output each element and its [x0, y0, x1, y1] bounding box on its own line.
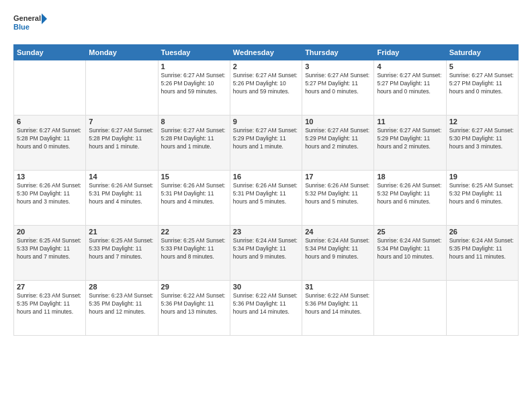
- table-row: 15Sunrise: 6:26 AM Sunset: 5:31 PM Dayli…: [158, 171, 230, 226]
- table-row: 3Sunrise: 6:27 AM Sunset: 5:27 PM Daylig…: [302, 60, 374, 116]
- day-info: Sunrise: 6:27 AM Sunset: 5:26 PM Dayligh…: [233, 72, 299, 96]
- day-info: Sunrise: 6:26 AM Sunset: 5:31 PM Dayligh…: [161, 182, 227, 206]
- table-row: [14, 60, 86, 116]
- table-row: 12Sunrise: 6:27 AM Sunset: 5:30 PM Dayli…: [446, 116, 518, 171]
- day-number: 6: [17, 118, 83, 126]
- day-number: 3: [305, 62, 371, 71]
- logo: General Blue: [13, 11, 47, 38]
- calendar-table: Sunday Monday Tuesday Wednesday Thursday…: [13, 44, 519, 336]
- col-sunday: Sunday: [14, 45, 86, 60]
- day-info: Sunrise: 6:27 AM Sunset: 5:27 PM Dayligh…: [377, 72, 443, 96]
- calendar-week-row: 1Sunrise: 6:27 AM Sunset: 5:26 PM Daylig…: [14, 60, 519, 116]
- table-row: 29Sunrise: 6:22 AM Sunset: 5:36 PM Dayli…: [158, 281, 230, 336]
- col-monday: Monday: [86, 45, 158, 60]
- day-info: Sunrise: 6:25 AM Sunset: 5:32 PM Dayligh…: [449, 182, 515, 206]
- table-row: 5Sunrise: 6:27 AM Sunset: 5:27 PM Daylig…: [446, 60, 518, 116]
- day-number: 30: [233, 283, 299, 291]
- col-tuesday: Tuesday: [158, 45, 230, 60]
- day-info: Sunrise: 6:22 AM Sunset: 5:36 PM Dayligh…: [161, 292, 227, 316]
- table-row: 10Sunrise: 6:27 AM Sunset: 5:29 PM Dayli…: [302, 116, 374, 171]
- day-number: 11: [377, 118, 443, 126]
- day-number: 24: [305, 228, 371, 236]
- day-number: 19: [449, 173, 515, 181]
- day-number: 16: [233, 173, 299, 181]
- table-row: 6Sunrise: 6:27 AM Sunset: 5:28 PM Daylig…: [14, 116, 86, 171]
- table-row: 9Sunrise: 6:27 AM Sunset: 5:29 PM Daylig…: [230, 116, 302, 171]
- day-info: Sunrise: 6:26 AM Sunset: 5:32 PM Dayligh…: [305, 182, 371, 206]
- calendar-header-row: Sunday Monday Tuesday Wednesday Thursday…: [14, 45, 519, 60]
- day-info: Sunrise: 6:27 AM Sunset: 5:29 PM Dayligh…: [377, 127, 443, 151]
- day-number: 1: [161, 62, 227, 71]
- calendar-week-row: 20Sunrise: 6:25 AM Sunset: 5:33 PM Dayli…: [14, 226, 519, 281]
- day-info: Sunrise: 6:23 AM Sunset: 5:35 PM Dayligh…: [89, 292, 154, 316]
- day-info: Sunrise: 6:25 AM Sunset: 5:33 PM Dayligh…: [161, 237, 227, 261]
- table-row: 11Sunrise: 6:27 AM Sunset: 5:29 PM Dayli…: [374, 116, 446, 171]
- svg-marker-2: [42, 13, 47, 24]
- table-row: 27Sunrise: 6:23 AM Sunset: 5:35 PM Dayli…: [14, 281, 86, 336]
- table-row: 26Sunrise: 6:24 AM Sunset: 5:35 PM Dayli…: [446, 226, 518, 281]
- day-number: 8: [161, 118, 227, 126]
- day-info: Sunrise: 6:25 AM Sunset: 5:33 PM Dayligh…: [17, 237, 83, 261]
- day-info: Sunrise: 6:26 AM Sunset: 5:31 PM Dayligh…: [89, 182, 154, 206]
- day-number: 10: [305, 118, 371, 126]
- table-row: 21Sunrise: 6:25 AM Sunset: 5:33 PM Dayli…: [86, 226, 158, 281]
- table-row: 8Sunrise: 6:27 AM Sunset: 5:28 PM Daylig…: [158, 116, 230, 171]
- table-row: 30Sunrise: 6:22 AM Sunset: 5:36 PM Dayli…: [230, 281, 302, 336]
- day-info: Sunrise: 6:27 AM Sunset: 5:27 PM Dayligh…: [449, 72, 515, 96]
- day-number: 20: [17, 228, 83, 236]
- col-wednesday: Wednesday: [230, 45, 302, 60]
- svg-text:Blue: Blue: [13, 23, 30, 31]
- day-info: Sunrise: 6:22 AM Sunset: 5:36 PM Dayligh…: [233, 292, 299, 316]
- day-number: 23: [233, 228, 299, 236]
- day-number: 29: [161, 283, 227, 291]
- day-number: 28: [89, 283, 154, 291]
- table-row: 28Sunrise: 6:23 AM Sunset: 5:35 PM Dayli…: [86, 281, 158, 336]
- calendar-week-row: 27Sunrise: 6:23 AM Sunset: 5:35 PM Dayli…: [14, 281, 519, 336]
- table-row: [86, 60, 158, 116]
- day-info: Sunrise: 6:26 AM Sunset: 5:32 PM Dayligh…: [377, 182, 443, 206]
- day-info: Sunrise: 6:27 AM Sunset: 5:28 PM Dayligh…: [17, 127, 83, 151]
- day-number: 31: [305, 283, 371, 291]
- day-number: 12: [449, 118, 515, 126]
- calendar-week-row: 13Sunrise: 6:26 AM Sunset: 5:30 PM Dayli…: [14, 171, 519, 226]
- day-number: 25: [377, 228, 443, 236]
- table-row: 1Sunrise: 6:27 AM Sunset: 5:26 PM Daylig…: [158, 60, 230, 116]
- table-row: 13Sunrise: 6:26 AM Sunset: 5:30 PM Dayli…: [14, 171, 86, 226]
- day-info: Sunrise: 6:27 AM Sunset: 5:27 PM Dayligh…: [305, 72, 371, 96]
- table-row: 17Sunrise: 6:26 AM Sunset: 5:32 PM Dayli…: [302, 171, 374, 226]
- page: General Blue Sunday Monday Tuesday Wedne…: [0, 0, 532, 411]
- day-number: 2: [233, 62, 299, 71]
- table-row: 20Sunrise: 6:25 AM Sunset: 5:33 PM Dayli…: [14, 226, 86, 281]
- table-row: 14Sunrise: 6:26 AM Sunset: 5:31 PM Dayli…: [86, 171, 158, 226]
- generalblue-logo-icon: General Blue: [13, 11, 47, 38]
- table-row: 23Sunrise: 6:24 AM Sunset: 5:34 PM Dayli…: [230, 226, 302, 281]
- day-number: 22: [161, 228, 227, 236]
- day-number: 5: [449, 62, 515, 71]
- table-row: 25Sunrise: 6:24 AM Sunset: 5:34 PM Dayli…: [374, 226, 446, 281]
- day-info: Sunrise: 6:27 AM Sunset: 5:28 PM Dayligh…: [161, 127, 227, 151]
- day-info: Sunrise: 6:27 AM Sunset: 5:28 PM Dayligh…: [89, 127, 154, 151]
- day-info: Sunrise: 6:22 AM Sunset: 5:36 PM Dayligh…: [305, 292, 371, 316]
- table-row: 7Sunrise: 6:27 AM Sunset: 5:28 PM Daylig…: [86, 116, 158, 171]
- day-info: Sunrise: 6:27 AM Sunset: 5:26 PM Dayligh…: [161, 72, 227, 96]
- svg-text:General: General: [13, 14, 41, 22]
- col-friday: Friday: [374, 45, 446, 60]
- col-saturday: Saturday: [446, 45, 518, 60]
- table-row: 22Sunrise: 6:25 AM Sunset: 5:33 PM Dayli…: [158, 226, 230, 281]
- col-thursday: Thursday: [302, 45, 374, 60]
- table-row: 24Sunrise: 6:24 AM Sunset: 5:34 PM Dayli…: [302, 226, 374, 281]
- table-row: 16Sunrise: 6:26 AM Sunset: 5:31 PM Dayli…: [230, 171, 302, 226]
- day-info: Sunrise: 6:24 AM Sunset: 5:34 PM Dayligh…: [377, 237, 443, 261]
- day-number: 18: [377, 173, 443, 181]
- day-info: Sunrise: 6:24 AM Sunset: 5:34 PM Dayligh…: [305, 237, 371, 261]
- table-row: [374, 281, 446, 336]
- day-info: Sunrise: 6:27 AM Sunset: 5:30 PM Dayligh…: [449, 127, 515, 151]
- table-row: [446, 281, 518, 336]
- table-row: 18Sunrise: 6:26 AM Sunset: 5:32 PM Dayli…: [374, 171, 446, 226]
- day-number: 9: [233, 118, 299, 126]
- day-number: 17: [305, 173, 371, 181]
- calendar-week-row: 6Sunrise: 6:27 AM Sunset: 5:28 PM Daylig…: [14, 116, 519, 171]
- day-info: Sunrise: 6:26 AM Sunset: 5:30 PM Dayligh…: [17, 182, 83, 206]
- day-number: 14: [89, 173, 154, 181]
- header: General Blue: [13, 11, 519, 38]
